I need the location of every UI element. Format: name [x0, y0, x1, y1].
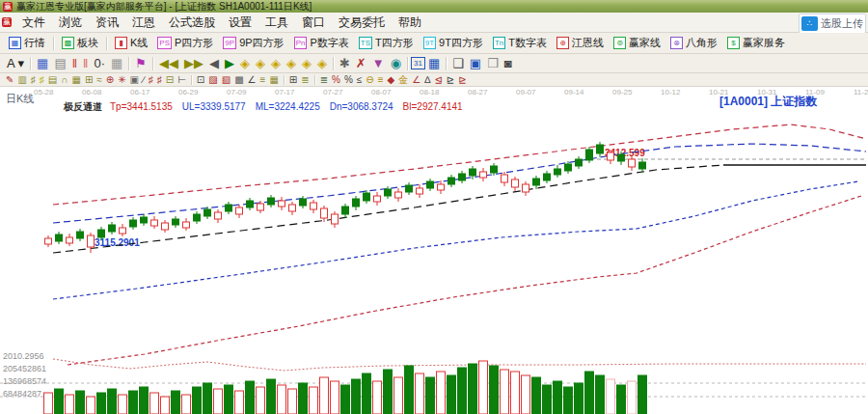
next-icon[interactable]: ▶	[222, 55, 237, 72]
square-grid-icon[interactable]: ▦	[69, 73, 82, 86]
kline-chart-canvas[interactable]	[0, 87, 868, 414]
diamond-small-icon[interactable]: ◆	[386, 73, 397, 86]
gann-fan2-icon[interactable]: ♯	[38, 73, 46, 86]
lte-icon[interactable]: ≤	[355, 73, 365, 86]
grid3-icon[interactable]: ▦	[267, 73, 280, 86]
menu-item-7[interactable]: 窗口	[295, 14, 332, 31]
menu-item-6[interactable]: 工具	[258, 14, 295, 31]
t-square-button-label: T四方形	[375, 36, 414, 50]
separator	[30, 57, 31, 70]
rail-icon[interactable]: ≣	[299, 73, 311, 86]
globe-icon[interactable]: ◉	[388, 55, 404, 72]
trend1-icon[interactable]: ⊴	[432, 73, 444, 86]
level-icon[interactable]: ≡	[258, 73, 268, 86]
zero-dash-icon[interactable]: 0·	[91, 55, 108, 72]
wave-icon[interactable]: ≈	[95, 73, 104, 86]
kline-button[interactable]: ▮K线	[110, 35, 152, 52]
zoom-diamond-1-icon[interactable]: ◈	[237, 55, 253, 72]
shade-box-icon[interactable]: ▨	[206, 73, 219, 86]
angle-icon[interactable]: ∠	[246, 73, 258, 86]
zoom-diamond-4-icon[interactable]: ◈	[284, 55, 299, 72]
cross-grid-icon[interactable]: ⊞	[83, 73, 95, 86]
menubar-logo-icon: 赢	[2, 17, 12, 27]
p-table-button[interactable]: PnP数字表	[289, 35, 354, 52]
gann-line-button[interactable]: ⊕江恩线	[552, 35, 609, 52]
menu-item-9[interactable]: 帮助	[392, 14, 428, 31]
delete-tool-icon[interactable]: ✗	[353, 55, 369, 72]
upload-button[interactable]: ∴ 选股上传	[799, 14, 866, 34]
chart-area[interactable]: 日K线 极反通道Tp=3441.5135UL=3339.5177ML=3224.…	[0, 87, 868, 414]
percent-red-icon[interactable]: %	[330, 73, 342, 86]
menu-bar: 赢 文件浏览资讯江恩公式选股设置工具窗口交易委托帮助 ∴ 选股上传	[0, 13, 868, 33]
zoom-diamond-5-icon[interactable]: ◈	[299, 55, 314, 72]
sectors-button[interactable]: ▩板块	[57, 35, 103, 52]
snapshot-icon[interactable]: ◙	[502, 55, 515, 72]
t-table-button[interactable]: TnT数字表	[488, 35, 552, 52]
menu-item-0[interactable]: 文件	[15, 14, 52, 31]
trend2-icon[interactable]: ⊵	[445, 73, 456, 86]
winner-line-button[interactable]: ⊚赢家线	[609, 35, 665, 52]
arc-icon[interactable]: ∩	[59, 73, 69, 86]
first-page-icon[interactable]: ◀◀	[156, 55, 181, 72]
gold-bars-icon[interactable]: ≡	[376, 73, 386, 86]
pencil-icon[interactable]: ✎	[4, 73, 15, 86]
octagon-button[interactable]: ⊗八角形	[665, 35, 722, 52]
t-square-button[interactable]: TST四方形	[354, 35, 419, 52]
angle-red-icon[interactable]: ∠	[410, 73, 422, 86]
percent-icon[interactable]: %	[342, 73, 355, 86]
fence-icon[interactable]: ▤	[46, 73, 59, 86]
map-icon[interactable]: ▦	[34, 55, 51, 72]
doc-icon[interactable]: ▤	[51, 55, 68, 72]
funnel-icon[interactable]: ▼	[369, 55, 388, 72]
menu-item-8[interactable]: 交易委托	[332, 14, 392, 31]
trend3-icon[interactable]: ⊵	[456, 73, 468, 86]
separator	[284, 75, 285, 85]
hatch-box-icon[interactable]: ▧	[220, 73, 232, 86]
zoom-diamond-2-icon[interactable]: ◈	[253, 55, 268, 72]
bars-red2-icon[interactable]: ‖	[80, 55, 91, 72]
calculator-icon[interactable]: ▦	[425, 55, 443, 72]
menu-item-1[interactable]: 浏览	[52, 14, 89, 31]
net-icon[interactable]: ⊞	[287, 73, 299, 86]
grid-window-icon[interactable]: ▦	[108, 55, 125, 72]
minus-box-icon[interactable]: ⊟	[164, 73, 176, 86]
hand-tool-icon[interactable]: ✱	[337, 55, 353, 72]
window-title: 赢家江恩专业版[赢家内部服务平台] - [上证指数 SH1A0001-111日K…	[16, 0, 312, 14]
menu-item-5[interactable]: 设置	[222, 14, 258, 31]
stack-icon[interactable]: ≣	[318, 73, 330, 86]
gold-icon[interactable]: 金	[396, 73, 410, 86]
calendar-icon[interactable]: 31	[411, 57, 425, 69]
zoom-diamond-3-icon[interactable]: ◈	[268, 55, 284, 72]
filled-box-icon[interactable]: ▣	[128, 73, 141, 86]
p-square-button[interactable]: PSP四方形	[152, 35, 218, 52]
menu-item-4[interactable]: 公式选股	[162, 14, 222, 31]
zoom-diamond-6-icon[interactable]: ◈	[314, 55, 330, 72]
save-icon[interactable]: ▣	[467, 55, 484, 72]
bars-red-icon[interactable]: ‖	[69, 55, 80, 72]
winner-service-button[interactable]: $赢家服务	[722, 35, 790, 52]
window-box-icon[interactable]: ⊡	[195, 73, 206, 86]
tri-icon[interactable]: ∆	[422, 73, 432, 86]
quotes-button[interactable]: ▦行情	[4, 35, 50, 52]
flag-icon[interactable]: ⚑	[132, 55, 149, 72]
prev-icon[interactable]: ◀	[206, 55, 222, 72]
grid-red-icon[interactable]: ♯	[147, 73, 155, 86]
tack-icon[interactable]: ⊢	[176, 73, 188, 86]
octagon-button-label: 八角形	[686, 36, 718, 50]
copy-icon[interactable]: ❒	[484, 55, 502, 72]
ruler-grid-icon[interactable]: ▥	[15, 73, 28, 86]
menu-item-2[interactable]: 资讯	[89, 14, 125, 31]
coin-icon[interactable]: ⊖	[364, 73, 375, 86]
menu-item-3[interactable]: 江恩	[125, 14, 162, 31]
gann-fan-icon[interactable]: ♯	[29, 73, 38, 86]
sectors-button-label: 板块	[77, 36, 98, 50]
window-icon[interactable]: ❑	[449, 55, 467, 72]
star-wheel-icon[interactable]: ✳	[116, 73, 127, 86]
9p-square-button[interactable]: 9P9P四方形	[218, 35, 288, 52]
last-page-icon[interactable]: ▶▶	[181, 55, 206, 72]
9t-square-button[interactable]: 9T9T四方形	[419, 35, 488, 52]
font-select[interactable]: A ▾	[4, 55, 27, 72]
circle-cross-icon[interactable]: ⊕	[104, 73, 116, 86]
hatch2-box-icon[interactable]: ▩	[232, 73, 245, 86]
grid-red2-icon[interactable]: ♯	[155, 73, 164, 86]
